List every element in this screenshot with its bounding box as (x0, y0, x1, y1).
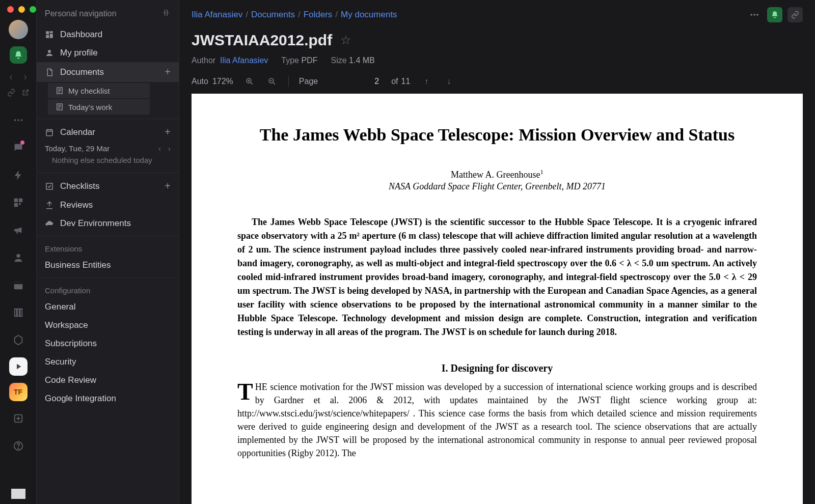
rail-chat-button[interactable] (8, 137, 29, 158)
calendar-next-button[interactable]: › (168, 144, 171, 153)
add-document-button[interactable]: + (165, 66, 171, 78)
nav-forward-button[interactable]: › (19, 70, 32, 83)
crumb-folders[interactable]: Folders (304, 10, 333, 19)
prev-page-button[interactable]: ↑ (420, 75, 432, 88)
zoom-out-icon (267, 77, 277, 86)
svg-point-26 (753, 14, 755, 15)
svg-point-20 (48, 50, 51, 53)
type-value: PDF (301, 56, 317, 65)
calendar-icon (45, 128, 54, 137)
calendar-label: Calendar (60, 127, 95, 137)
breadcrumb: Ilia Afanasiev/Documents/Folders/My docu… (192, 10, 397, 20)
rail-team-button[interactable] (8, 247, 29, 268)
document-title: JWSTAIAA2012.pdf (192, 32, 332, 49)
sidebar-item-code-review[interactable]: Code Review (37, 371, 179, 389)
main-content: Ilia Afanasiev/Documents/Folders/My docu… (179, 0, 815, 504)
rail-package-button[interactable] (8, 330, 29, 350)
copy-link-button[interactable] (5, 86, 18, 99)
sidebar-sub-checklist[interactable]: My checklist (48, 83, 150, 98)
calendar-icon (13, 279, 24, 291)
sidebar-item-subscriptions[interactable]: Subscriptions (37, 334, 179, 353)
checklists-label: Checklists (60, 181, 99, 191)
crumb-mydocs[interactable]: My documents (341, 10, 397, 19)
page-of-label: of (391, 77, 398, 86)
next-page-button[interactable]: ↓ (443, 75, 455, 88)
svg-rect-9 (14, 282, 22, 285)
rail-apps-button[interactable] (8, 192, 29, 213)
zoom-mode[interactable]: Auto (192, 77, 208, 86)
sidebar-item-documents[interactable]: Documents + (37, 62, 179, 82)
size-value: 1.4 MB (349, 56, 375, 65)
external-link-icon (21, 89, 30, 97)
rail-more-button[interactable] (8, 110, 29, 130)
user-avatar[interactable] (9, 20, 28, 39)
svg-point-0 (14, 119, 16, 121)
sidebar-item-devenv[interactable]: Dev Environments (37, 214, 179, 233)
profile-label: My profile (60, 48, 98, 58)
author-value[interactable]: Ilia Afanasiev (220, 56, 268, 65)
sidebar: Personal navigation Dashboard My profile… (37, 0, 179, 504)
today-label: Today's work (68, 103, 112, 111)
sidebar-sub-today[interactable]: Today's work (48, 99, 150, 115)
dashboard-icon (45, 30, 54, 39)
svg-rect-16 (46, 31, 49, 34)
zoom-in-button[interactable] (243, 75, 256, 88)
sidebar-item-calendar[interactable]: Calendar + (37, 122, 179, 142)
page-input[interactable] (359, 77, 379, 86)
share-link-button[interactable] (787, 7, 803, 22)
devenv-label: Dev Environments (60, 218, 131, 229)
rail-help-button[interactable] (8, 436, 29, 456)
megaphone-icon (13, 225, 24, 236)
nav-back-button[interactable]: ‹ (5, 70, 18, 83)
sidebar-item-workspace[interactable]: Workspace (37, 316, 179, 334)
rail-announce-button[interactable] (8, 220, 29, 240)
svg-rect-23 (46, 129, 52, 135)
size-label: Size (331, 56, 346, 65)
paper-affiliation: NASA Goddard Space Flight Center, Greenb… (237, 181, 757, 192)
page-label: Page (299, 77, 318, 86)
rail-calendar-button[interactable] (8, 275, 29, 295)
collapse-sidebar-button[interactable] (161, 8, 171, 19)
notifications-button[interactable] (10, 46, 27, 64)
bolt-icon (13, 170, 24, 181)
pdf-page: The James Webb Space Telescope: Mission … (192, 94, 803, 504)
paper-title: The James Webb Space Telescope: Mission … (237, 124, 757, 146)
subscribe-button[interactable] (767, 7, 782, 22)
sidebar-item-checklists[interactable]: Checklists + (37, 176, 179, 196)
bell-icon (771, 11, 779, 19)
svg-rect-10 (14, 309, 16, 317)
sidebar-item-dashboard[interactable]: Dashboard (37, 25, 179, 44)
extensions-section-label: Extensions (37, 239, 179, 256)
sidebar-item-general[interactable]: General (37, 298, 179, 316)
maximize-window-icon[interactable] (30, 6, 36, 13)
rail-library-button[interactable] (8, 302, 29, 323)
calendar-prev-button[interactable]: ‹ (158, 144, 161, 153)
rail-play-button[interactable] (9, 357, 28, 376)
dots-icon (749, 10, 759, 20)
document-viewport[interactable]: The James Webb Space Telescope: Mission … (179, 94, 815, 504)
more-actions-button[interactable] (747, 7, 762, 22)
open-external-button[interactable] (19, 86, 32, 99)
rail-bolt-button[interactable] (8, 165, 29, 185)
play-icon (14, 362, 23, 371)
rail-tf-workspace[interactable]: TF (9, 383, 28, 401)
sidebar-item-reviews[interactable]: Reviews (37, 196, 179, 214)
sidebar-item-profile[interactable]: My profile (37, 44, 179, 62)
favorite-button[interactable]: ☆ (340, 33, 351, 47)
close-window-icon[interactable] (7, 6, 14, 13)
rail-terminal-icon[interactable] (11, 489, 25, 499)
crumb-user[interactable]: Ilia Afanasiev (192, 10, 242, 19)
sidebar-item-security[interactable]: Security (37, 353, 179, 371)
zoom-out-button[interactable] (266, 75, 278, 88)
add-checklist-button[interactable]: + (165, 180, 171, 192)
sidebar-item-business-entities[interactable]: Business Entities (37, 256, 179, 274)
svg-rect-19 (46, 35, 49, 38)
window-controls (0, 3, 36, 20)
profile-icon (45, 48, 54, 58)
rail-add-button[interactable] (8, 408, 29, 429)
crumb-documents[interactable]: Documents (251, 10, 295, 19)
sidebar-item-google-integration[interactable]: Google Integration (37, 389, 179, 408)
add-calendar-button[interactable]: + (165, 126, 171, 138)
paper-author: Matthew A. Greenhouse1 (237, 169, 757, 180)
minimize-window-icon[interactable] (18, 6, 25, 13)
